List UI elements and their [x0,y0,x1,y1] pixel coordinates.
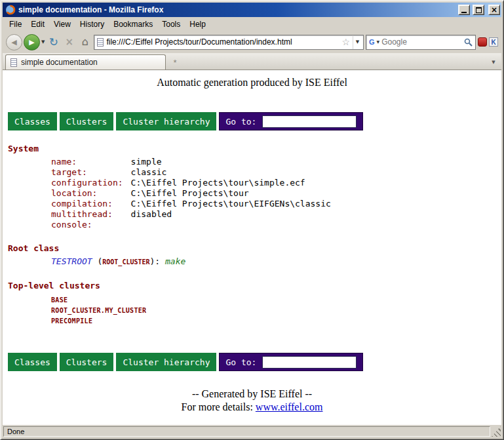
table-row: location: C:\Eiffel Projects\tour [51,188,331,199]
magnifier-icon [464,38,473,47]
menu-tools[interactable]: Tools [157,18,185,30]
tab-title: simple documentation [21,58,98,67]
search-go-button[interactable] [463,38,473,47]
stop-icon: × [66,37,74,47]
url-bar: ☆ ▼ [94,35,364,50]
nav-button-classes[interactable]: Classes [8,112,57,130]
footer-line2: For more details: www.eiffel.com [3,401,501,413]
goto-input-top[interactable] [262,115,357,128]
tab-simple-documentation[interactable]: simple documentation [5,54,166,70]
menu-file[interactable]: File [5,18,26,30]
back-icon: ◀ [11,39,16,46]
menu-help[interactable]: Help [185,18,210,30]
cluster-link-root-cluster-my-cluster[interactable]: ROOT_CLUSTER.MY_CLUSTER [51,306,501,316]
search-input[interactable] [381,37,461,47]
resize-grip[interactable] [492,426,501,437]
doc-navbar-top: Classes Clusters Cluster hierarchy Go to… [8,112,363,130]
firefox-icon [5,5,16,15]
system-table: name: simple target: classic configurati… [51,157,331,230]
tab-favicon-icon [10,58,17,67]
root-cluster-link[interactable]: ROOT_CLUSTER [102,258,149,266]
status-text: Done [7,428,24,435]
addon-icon-k[interactable]: K [489,37,498,47]
nav-button-cluster-hierarchy[interactable]: Cluster hierarchy [116,112,216,130]
status-bar: Done [3,424,501,437]
maximize-button[interactable] [473,5,484,15]
page-footer: -- Generated by ISE Eiffel -- For more d… [3,388,501,413]
menu-history[interactable]: History [75,18,109,30]
minimize-icon [461,12,467,13]
eiffel-website-link[interactable]: www.eiffel.com [256,401,323,412]
field-value: disabled [131,209,331,220]
table-row: multithread: disabled [51,209,331,220]
field-label: configuration: [51,178,131,188]
page-content: Automatic generation produced by ISE Eif… [3,70,501,424]
browser-window: simple documentation - Mozilla Firefox ×… [0,0,504,440]
url-dropdown-button[interactable]: ▼ [353,35,362,49]
field-value: simple [131,157,331,167]
footer-line2-prefix: For more details: [182,401,256,412]
table-row: target: classic [51,167,331,178]
page-favicon-icon [97,38,104,47]
table-row: configuration: C:\Eiffel Projects\tour\s… [51,178,331,188]
home-button[interactable]: ⌂ [78,35,92,50]
page-header: Automatic generation produced by ISE Eif… [3,77,501,89]
cluster-link-base[interactable]: BASE [51,295,501,306]
menu-edit[interactable]: Edit [26,18,49,30]
forward-icon: ▶ [29,39,34,46]
field-label: name: [51,157,131,167]
clusters-heading: Top-level clusters [8,281,501,290]
cluster-link-precompile[interactable]: PRECOMPILE [51,316,501,327]
search-engine-dropdown[interactable]: ▼ [377,40,380,44]
nav-button-clusters-bottom[interactable]: Clusters [60,353,114,371]
reload-button[interactable]: ↻ [47,35,60,50]
field-label: location: [51,188,131,199]
status-panel: Done [3,426,490,437]
field-label: target: [51,167,131,178]
maximize-icon [476,7,482,13]
nav-button-classes-bottom[interactable]: Classes [8,353,57,371]
table-row: name: simple [51,157,331,167]
menu-bookmarks[interactable]: Bookmarks [109,18,157,30]
field-label: compilation: [51,199,131,209]
goto-box-bottom: Go to: [219,353,363,371]
cluster-list: BASE ROOT_CLUSTER.MY_CLUSTER PRECOMPILE [51,295,501,327]
goto-label: Go to: [225,117,256,127]
menu-view[interactable]: View [49,18,75,30]
tab-list-dropdown-button[interactable]: ▼ [488,56,499,68]
table-row: console: [51,220,331,230]
navigation-toolbar: ◀ ▶ ▼ ↻ × ⌂ ☆ ▼ G ▼ [3,31,501,53]
creation-feature-link[interactable]: make [165,256,185,266]
addon-icon-red[interactable] [478,37,487,47]
bookmark-star-icon[interactable]: ☆ [341,37,350,47]
root-class-line: TESTROOT (ROOT_CLUSTER): make [51,256,501,268]
root-class-heading: Root class [8,243,501,253]
goto-box: Go to: [219,112,363,130]
field-value: C:\Eiffel Projects\tour [131,188,331,199]
table-row: compilation: C:\Eiffel Projects\tour\EIF… [51,199,331,209]
goto-input-bottom[interactable] [262,356,357,369]
back-button[interactable]: ◀ [6,34,22,50]
root-class-sep2: ): [150,256,165,266]
forward-dropdown-button[interactable]: ▼ [41,40,45,45]
stop-button[interactable]: × [62,35,76,50]
nav-button-clusters[interactable]: Clusters [60,112,114,130]
forward-button[interactable]: ▶ [24,34,40,50]
goto-label-bottom: Go to: [225,357,256,367]
close-button[interactable]: × [488,5,500,15]
url-input[interactable] [106,35,339,49]
new-tab-button[interactable]: * [169,56,181,68]
field-value: classic [131,167,331,178]
google-icon: G [369,38,375,46]
tab-bar: simple documentation * ▼ [3,53,501,70]
minimize-button[interactable] [458,5,470,15]
window-title: simple documentation - Mozilla Firefox [18,5,456,14]
root-class-link[interactable]: TESTROOT [51,256,92,266]
home-icon: ⌂ [82,37,88,47]
field-value: C:\Eiffel Projects\tour\simple.ecf [131,178,331,188]
nav-button-cluster-hierarchy-bottom[interactable]: Cluster hierarchy [116,353,216,371]
title-bar: simple documentation - Mozilla Firefox × [3,3,501,17]
field-value: C:\Eiffel Projects\tour\EIFGENs\classic [131,199,331,209]
menu-bar: File Edit View History Bookmarks Tools H… [3,17,501,31]
footer-line1: -- Generated by ISE Eiffel -- [3,388,501,400]
